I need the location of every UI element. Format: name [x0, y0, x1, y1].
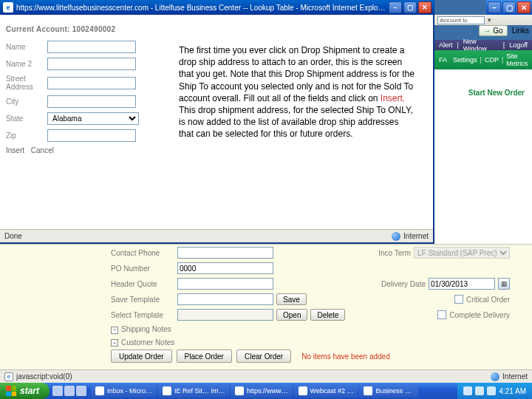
- tray-icon[interactable]: [487, 386, 496, 395]
- complete-delivery-checkbox[interactable]: [437, 310, 446, 319]
- app-icon: [163, 386, 171, 395]
- start-button[interactable]: start: [0, 383, 50, 399]
- no-items-warning: No items have been added: [301, 352, 390, 361]
- name-input[interactable]: [47, 41, 136, 53]
- taskbar-item[interactable]: Business …: [359, 384, 418, 398]
- select-template-label: Select Template: [111, 311, 177, 319]
- ie-icon: e: [3, 2, 13, 13]
- select-template-input[interactable]: [177, 309, 273, 321]
- app-nav-bar: FA Settings | CDP | Site Metrics: [434, 50, 532, 69]
- zip-label: Zip: [6, 132, 47, 140]
- app-icon: [95, 386, 104, 395]
- update-order-button[interactable]: Update Order: [111, 349, 172, 363]
- windows-logo-icon: [6, 386, 16, 396]
- delivery-date-label: Delivery Date: [381, 280, 426, 288]
- delivery-date-input[interactable]: [429, 278, 495, 290]
- nav-settings[interactable]: Settings: [453, 56, 477, 64]
- main-window-buttons: – ▢ ✕: [486, 0, 532, 15]
- taskbar-item[interactable]: Webcast #2 …: [294, 384, 358, 398]
- popup-maximize-button[interactable]: ▢: [403, 1, 417, 13]
- status-done: Done: [0, 232, 27, 240]
- critical-order-checkbox[interactable]: [454, 295, 463, 304]
- shipping-notes-toggle[interactable]: +Shipping Notes: [111, 325, 510, 334]
- clock: 4:21 AM: [499, 387, 526, 395]
- maximize-button[interactable]: ▢: [502, 1, 516, 13]
- place-order-button[interactable]: Place Order: [177, 349, 232, 363]
- order-form-area: Contact Phone Inco Term LF Standard (SAP…: [0, 244, 532, 377]
- address-bar-fragment: Account to Prom ▾: [434, 15, 532, 25]
- inco-term-label: Inco Term: [378, 249, 411, 257]
- cancel-link[interactable]: Cancel: [31, 146, 54, 154]
- header-quote-label: Header Quote: [111, 280, 177, 288]
- inco-term-select: LF Standard (SAP Prec): [414, 247, 510, 259]
- complete-delivery-label: Complete Delivery: [449, 311, 510, 319]
- status-zone: Internet: [403, 232, 429, 240]
- app-icon: [299, 386, 307, 395]
- popup-status-bar: Done Internet: [0, 229, 433, 242]
- insert-highlight: Insert.: [381, 93, 405, 103]
- globe-icon: [392, 232, 400, 241]
- delete-button[interactable]: Delete: [310, 309, 345, 321]
- start-new-order-link[interactable]: Start New Order: [434, 69, 532, 116]
- popup-body: Current Account: 1002490002 Name Name 2 …: [0, 15, 434, 244]
- links-label: Links: [512, 27, 529, 35]
- nav-fa[interactable]: FA: [439, 56, 447, 64]
- tray-icon[interactable]: [463, 386, 472, 395]
- nav-cdp[interactable]: CDP: [485, 56, 499, 64]
- nav-site-metrics[interactable]: Site Metrics: [506, 52, 528, 67]
- name2-label: Name 2: [6, 60, 47, 68]
- ql-icon[interactable]: [64, 386, 75, 396]
- instruction-text: The first time you ever click on Drop Sh…: [179, 44, 415, 140]
- taskbar-item[interactable]: Inbox - Micro…: [91, 384, 157, 398]
- taskbar: start Inbox - Micro… IE Ref Sit… Im… htt…: [0, 383, 532, 399]
- clear-order-button[interactable]: Clear Order: [236, 349, 291, 363]
- name-label: Name: [6, 43, 47, 51]
- current-account-label: Current Account: 1002490002: [6, 25, 173, 33]
- open-button[interactable]: Open: [276, 309, 307, 321]
- po-number-label: PO Number: [111, 265, 177, 273]
- ql-icon[interactable]: [76, 386, 86, 396]
- po-number-input[interactable]: [177, 262, 273, 274]
- main-status-bar: ejavascript:void(0) Internet: [0, 369, 532, 383]
- header-quote-input[interactable]: [177, 278, 273, 290]
- city-input[interactable]: [47, 95, 136, 108]
- popup-minimize-button[interactable]: –: [389, 1, 402, 13]
- street-label: Street Address: [6, 75, 47, 91]
- header-logoff[interactable]: Logoff: [509, 41, 528, 49]
- popup-title-bar: e https://www.littelfusebusinesscenter.c…: [0, 0, 434, 15]
- app-header-strip: Alert | New Window | Logoff: [434, 40, 532, 50]
- tray-icon[interactable]: [475, 386, 484, 395]
- city-label: City: [6, 98, 47, 106]
- status-zone: Internet: [502, 372, 528, 381]
- insert-link[interactable]: Insert: [6, 146, 24, 154]
- name2-input[interactable]: [47, 58, 136, 70]
- popup-close-button[interactable]: ✕: [418, 1, 432, 13]
- save-template-label: Save Template: [111, 296, 177, 304]
- zip-input[interactable]: [47, 129, 136, 142]
- header-alert[interactable]: Alert: [439, 41, 453, 49]
- state-label: State: [6, 115, 47, 123]
- go-button[interactable]: →Go: [479, 25, 507, 36]
- calendar-icon[interactable]: ▦: [498, 278, 510, 290]
- close-button[interactable]: ✕: [517, 1, 531, 13]
- save-button[interactable]: Save: [276, 293, 307, 305]
- app-icon: [364, 386, 372, 395]
- quick-launch: [52, 386, 86, 396]
- popup-title: https://www.littelfusebusinesscenter.com…: [16, 4, 389, 12]
- contact-phone-input[interactable]: [177, 247, 273, 259]
- contact-phone-label: Contact Phone: [111, 249, 177, 257]
- status-text: javascript:void(0): [16, 372, 72, 381]
- customer-notes-toggle[interactable]: +Customer Notes: [111, 338, 510, 347]
- minimize-button[interactable]: –: [488, 1, 501, 13]
- globe-icon: [491, 372, 499, 381]
- save-template-input[interactable]: [177, 293, 273, 305]
- taskbar-item[interactable]: https://www…: [231, 384, 293, 398]
- address-text: Account to Prom: [437, 16, 485, 24]
- app-icon: [235, 386, 244, 395]
- taskbar-item[interactable]: IE Ref Sit… Im…: [158, 384, 229, 398]
- ql-icon[interactable]: [52, 386, 63, 396]
- system-tray: 4:21 AM: [457, 383, 532, 399]
- street-input[interactable]: [47, 77, 136, 89]
- state-select[interactable]: Alabama: [47, 112, 139, 125]
- critical-order-label: Critical Order: [466, 296, 510, 304]
